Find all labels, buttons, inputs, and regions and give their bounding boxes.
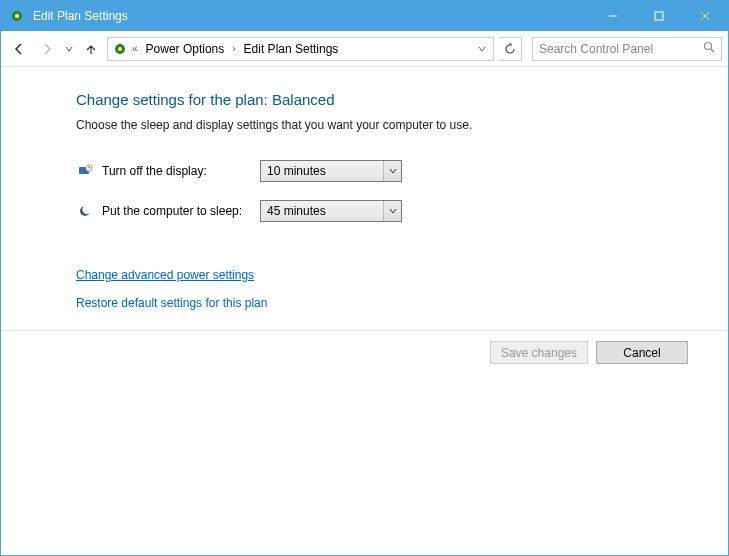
svg-rect-3 (655, 12, 663, 20)
footer: Save changes Cancel (1, 330, 728, 374)
search-placeholder: Search Control Panel (539, 42, 703, 56)
sleep-label: Put the computer to sleep: (102, 204, 260, 218)
recent-locations-dropdown[interactable] (63, 45, 75, 53)
svg-point-1 (15, 14, 19, 18)
power-options-icon (112, 41, 128, 57)
window-title: Edit Plan Settings (33, 9, 128, 23)
up-button[interactable] (79, 37, 103, 61)
save-button[interactable]: Save changes (490, 341, 588, 364)
minimize-button[interactable] (590, 1, 636, 31)
chevron-right-icon: › (230, 43, 237, 54)
search-icon (703, 41, 715, 56)
display-timer-icon (76, 162, 94, 180)
breadcrumb-prefix: « (130, 43, 140, 54)
forward-button[interactable] (35, 37, 59, 61)
link-restore-defaults[interactable]: Restore default settings for this plan (76, 296, 267, 310)
app-icon (9, 8, 25, 24)
sleep-timeout-dropdown[interactable]: 45 minutes (260, 200, 402, 222)
svg-point-8 (705, 43, 712, 50)
moon-icon (76, 202, 94, 220)
close-button[interactable] (682, 1, 728, 31)
row-turn-off-display: Turn off the display: 10 minutes (76, 160, 728, 182)
svg-line-9 (711, 49, 714, 52)
breadcrumb-item-power-options[interactable]: Power Options (142, 42, 229, 56)
breadcrumb-item-edit-plan[interactable]: Edit Plan Settings (240, 42, 343, 56)
cancel-button[interactable]: Cancel (596, 341, 688, 364)
window-controls (590, 1, 728, 31)
page-subtext: Choose the sleep and display settings th… (76, 118, 728, 132)
address-dropdown-icon[interactable] (473, 40, 491, 58)
maximize-button[interactable] (636, 1, 682, 31)
refresh-button[interactable] (498, 37, 522, 61)
display-timeout-value: 10 minutes (267, 164, 395, 178)
address-bar[interactable]: « Power Options › Edit Plan Settings (107, 37, 494, 61)
navbar: « Power Options › Edit Plan Settings Sea… (1, 31, 728, 67)
display-label: Turn off the display: (102, 164, 260, 178)
svg-point-7 (118, 47, 122, 51)
display-timeout-dropdown[interactable]: 10 minutes (260, 160, 402, 182)
content-area: Change settings for the plan: Balanced C… (1, 67, 728, 310)
chevron-down-icon (383, 161, 401, 181)
link-advanced-settings[interactable]: Change advanced power settings (76, 268, 254, 282)
sleep-timeout-value: 45 minutes (267, 204, 395, 218)
row-sleep: Put the computer to sleep: 45 minutes (76, 200, 728, 222)
back-button[interactable] (7, 37, 31, 61)
page-heading: Change settings for the plan: Balanced (76, 91, 728, 108)
chevron-down-icon (383, 201, 401, 221)
search-input[interactable]: Search Control Panel (532, 37, 722, 61)
titlebar: Edit Plan Settings (1, 1, 728, 31)
svg-point-15 (83, 205, 92, 214)
